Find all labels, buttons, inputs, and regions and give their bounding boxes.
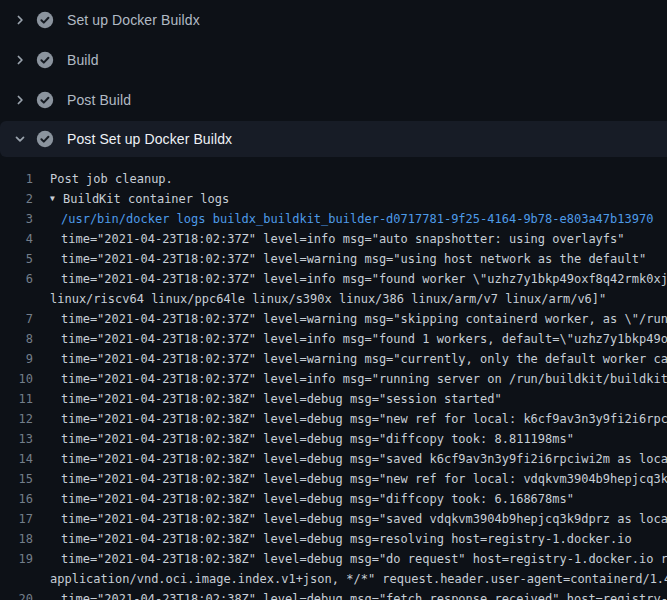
log-line-number[interactable]: 19 [0, 549, 33, 569]
log-text: time="2021-04-23T18:02:37Z" level=info m… [61, 229, 625, 249]
chevron-right-icon[interactable] [12, 12, 28, 28]
log-text: time="2021-04-23T18:02:37Z" level=warnin… [61, 249, 646, 269]
log-line: linux/riscv64 linux/ppc64le linux/s390x … [0, 289, 667, 309]
log-line-number [0, 289, 33, 309]
log-line-number[interactable]: 1 [0, 169, 33, 189]
log-text-content: time="2021-04-23T18:02:38Z" level=debug … [61, 549, 667, 569]
log-text: time="2021-04-23T18:02:38Z" level=debug … [61, 509, 667, 529]
chevron-right-icon[interactable] [12, 92, 28, 108]
log-text: time="2021-04-23T18:02:38Z" level=debug … [61, 429, 574, 449]
step-label: Build [67, 52, 99, 68]
log-line: 13time="2021-04-23T18:02:38Z" level=debu… [0, 429, 667, 449]
log-line: 3/usr/bin/docker logs buildx_buildkit_bu… [0, 209, 667, 229]
log-text-content: time="2021-04-23T18:02:38Z" level=debug … [61, 509, 667, 529]
log-text: time="2021-04-23T18:02:38Z" level=debug … [61, 529, 632, 549]
log-text: time="2021-04-23T18:02:38Z" level=debug … [61, 489, 574, 509]
log-text-content: time="2021-04-23T18:02:37Z" level=warnin… [61, 249, 646, 269]
log-text-content: linux/riscv64 linux/ppc64le linux/s390x … [50, 289, 606, 309]
step-label: Post Build [67, 92, 131, 108]
log-text: time="2021-04-23T18:02:38Z" level=debug … [61, 449, 667, 469]
log-text-content: application/vnd.oci.image.index.v1+json,… [50, 569, 667, 589]
log-line: 8time="2021-04-23T18:02:37Z" level=info … [0, 329, 667, 349]
log-line: 6time="2021-04-23T18:02:37Z" level=info … [0, 269, 667, 289]
log-line: 19time="2021-04-23T18:02:38Z" level=debu… [0, 549, 667, 569]
log-line-number [0, 569, 33, 589]
log-text-content: time="2021-04-23T18:02:38Z" level=debug … [61, 529, 632, 549]
log-text: time="2021-04-23T18:02:38Z" level=debug … [61, 389, 502, 409]
log-text: time="2021-04-23T18:02:37Z" level=warnin… [61, 349, 667, 369]
check-circle-icon [36, 91, 54, 109]
log-command-text: /usr/bin/docker logs buildx_buildkit_bui… [61, 209, 653, 229]
log-line-number[interactable]: 5 [0, 249, 33, 269]
log-text: time="2021-04-23T18:02:37Z" level=warnin… [61, 309, 667, 329]
log-text-content: time="2021-04-23T18:02:37Z" level=info m… [61, 229, 625, 249]
log-text-content: time="2021-04-23T18:02:38Z" level=debug … [61, 589, 667, 600]
log-viewer: 1Post job cleanup.2▼BuildKit container l… [0, 169, 667, 600]
log-text-content: Post job cleanup. [50, 169, 173, 189]
log-text: time="2021-04-23T18:02:38Z" level=debug … [61, 409, 667, 429]
chevron-right-icon[interactable] [12, 52, 28, 68]
log-text-content: time="2021-04-23T18:02:38Z" level=debug … [61, 389, 502, 409]
log-line: 7time="2021-04-23T18:02:37Z" level=warni… [0, 309, 667, 329]
log-line-number[interactable]: 9 [0, 349, 33, 369]
log-line: 12time="2021-04-23T18:02:38Z" level=debu… [0, 409, 667, 429]
log-line-number[interactable]: 16 [0, 489, 33, 509]
log-text-content: time="2021-04-23T18:02:38Z" level=debug … [61, 469, 667, 489]
log-line-number[interactable]: 18 [0, 529, 33, 549]
log-line: 4time="2021-04-23T18:02:37Z" level=info … [0, 229, 667, 249]
log-line-number[interactable]: 4 [0, 229, 33, 249]
log-text: time="2021-04-23T18:02:37Z" level=info m… [61, 269, 667, 289]
log-line-number[interactable]: 6 [0, 269, 33, 289]
log-line: 9time="2021-04-23T18:02:37Z" level=warni… [0, 349, 667, 369]
log-line: 5time="2021-04-23T18:02:37Z" level=warni… [0, 249, 667, 269]
check-circle-icon [36, 51, 54, 69]
log-text-content: time="2021-04-23T18:02:38Z" level=debug … [61, 489, 574, 509]
log-line-number[interactable]: 12 [0, 409, 33, 429]
step-row[interactable]: Set up Docker Buildx [0, 0, 667, 40]
log-line: 1Post job cleanup. [0, 169, 667, 189]
log-text-content: time="2021-04-23T18:02:37Z" level=info m… [61, 369, 667, 389]
log-line: application/vnd.oci.image.index.v1+json,… [0, 569, 667, 589]
log-line-number[interactable]: 17 [0, 509, 33, 529]
log-text-content: time="2021-04-23T18:02:37Z" level=warnin… [61, 349, 667, 369]
log-text-content: time="2021-04-23T18:02:38Z" level=debug … [61, 409, 667, 429]
log-text-content: time="2021-04-23T18:02:37Z" level=info m… [61, 329, 667, 349]
log-line-number[interactable]: 8 [0, 329, 33, 349]
log-text-content: time="2021-04-23T18:02:37Z" level=info m… [61, 269, 667, 289]
step-row[interactable]: Post Build [0, 80, 667, 120]
log-line: 20time="2021-04-23T18:02:38Z" level=debu… [0, 589, 667, 600]
log-text: ▼BuildKit container logs [50, 189, 229, 209]
log-line: 17time="2021-04-23T18:02:38Z" level=debu… [0, 509, 667, 529]
log-text-content: time="2021-04-23T18:02:38Z" level=debug … [61, 429, 574, 449]
check-circle-icon [36, 130, 54, 148]
log-line-number[interactable]: 7 [0, 309, 33, 329]
log-text: linux/riscv64 linux/ppc64le linux/s390x … [50, 289, 606, 309]
log-text: time="2021-04-23T18:02:37Z" level=info m… [61, 329, 667, 349]
log-line: 2▼BuildKit container logs [0, 189, 667, 209]
log-text: time="2021-04-23T18:02:37Z" level=info m… [61, 369, 667, 389]
log-text: time="2021-04-23T18:02:38Z" level=debug … [61, 589, 667, 600]
log-text: time="2021-04-23T18:02:38Z" level=debug … [61, 469, 667, 489]
log-line: 16time="2021-04-23T18:02:38Z" level=debu… [0, 489, 667, 509]
log-line-number[interactable]: 11 [0, 389, 33, 409]
log-text: time="2021-04-23T18:02:38Z" level=debug … [61, 549, 667, 569]
chevron-down-icon[interactable] [12, 131, 28, 147]
log-line: 10time="2021-04-23T18:02:37Z" level=info… [0, 369, 667, 389]
log-text-content: time="2021-04-23T18:02:37Z" level=warnin… [61, 309, 667, 329]
step-label: Set up Docker Buildx [67, 12, 200, 28]
log-line: 18time="2021-04-23T18:02:38Z" level=debu… [0, 529, 667, 549]
log-text-content[interactable]: BuildKit container logs [63, 189, 229, 209]
log-line-number[interactable]: 3 [0, 209, 33, 229]
log-text-content: time="2021-04-23T18:02:38Z" level=debug … [61, 449, 667, 469]
log-line-number[interactable]: 10 [0, 369, 33, 389]
step-row-expanded[interactable]: Post Set up Docker Buildx [0, 121, 667, 157]
log-line-number[interactable]: 14 [0, 449, 33, 469]
steps-list: Set up Docker BuildxBuildPost BuildPost … [0, 0, 667, 157]
group-toggle-icon[interactable]: ▼ [50, 189, 63, 209]
log-line-number[interactable]: 13 [0, 429, 33, 449]
log-line-number[interactable]: 15 [0, 469, 33, 489]
log-line-number[interactable]: 20 [0, 589, 33, 600]
step-row[interactable]: Build [0, 40, 667, 80]
log-text-content: /usr/bin/docker logs buildx_buildkit_bui… [61, 209, 653, 229]
log-line-number[interactable]: 2 [0, 189, 33, 209]
